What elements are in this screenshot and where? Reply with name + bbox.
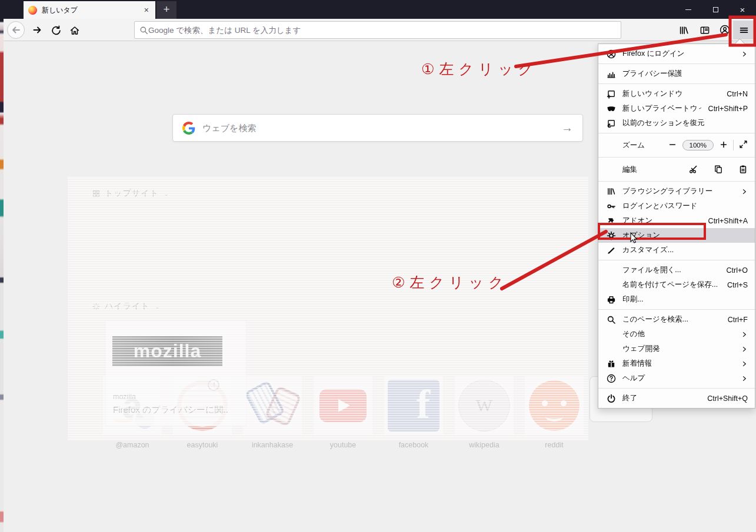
- menu-item-browsing-library[interactable]: ブラウジングライブラリー: [598, 184, 755, 199]
- gear-icon: [606, 231, 616, 240]
- firefox-window: 新しいタブ × + ×: [0, 0, 756, 532]
- url-bar[interactable]: [134, 21, 621, 39]
- sidebar-button[interactable]: [695, 19, 714, 41]
- menu-item-privacy-protection[interactable]: プライバシー保護: [598, 66, 755, 81]
- menu-item-more[interactable]: その他: [598, 327, 755, 342]
- menu-separator: [598, 181, 755, 182]
- chevron-right-icon: [741, 51, 748, 58]
- library-button[interactable]: [674, 19, 693, 41]
- back-button[interactable]: [5, 19, 27, 41]
- menu-item-open-file[interactable]: ファイルを開く... Ctrl+O: [598, 263, 755, 277]
- navigation-toolbar: [4, 19, 756, 41]
- cut-button[interactable]: [689, 165, 698, 174]
- menu-item-options[interactable]: オプション: [598, 228, 755, 243]
- url-input[interactable]: [148, 26, 616, 35]
- library-icon: [678, 25, 689, 35]
- menu-item-restore-session[interactable]: 以前のセッションを復元: [598, 116, 755, 131]
- menu-item-web-developer[interactable]: ウェブ開発: [598, 342, 755, 356]
- menu-item-find-in-page[interactable]: このページを検索... Ctrl+F: [598, 312, 755, 327]
- sidebar-icon: [700, 25, 710, 35]
- minimize-icon: [685, 9, 691, 10]
- menu-item-customize[interactable]: カスタマイズ...: [598, 243, 755, 257]
- top-site-youtube[interactable]: youtube: [310, 376, 376, 449]
- zoom-out-button[interactable]: [668, 140, 677, 150]
- annotation-step1-label: ①左クリック: [421, 59, 538, 79]
- top-site-facebook[interactable]: facebook: [381, 376, 447, 449]
- top-site-reddit[interactable]: reddit: [521, 376, 587, 449]
- menu-item-new-private-window[interactable]: 新しいプライベートウィンドウ Ctrl+Shift+P: [598, 101, 755, 116]
- forward-button[interactable]: [28, 19, 46, 41]
- copy-button[interactable]: [714, 165, 723, 174]
- top-sites-heading: トップサイト ⌄: [92, 188, 169, 199]
- tab-close-icon[interactable]: ×: [142, 5, 151, 15]
- menu-item-help[interactable]: ヘルプ: [598, 371, 755, 386]
- menu-separator: [598, 157, 755, 158]
- highlight-title: Firefox のプライバシーに関..: [113, 404, 228, 416]
- newtab-search-box[interactable]: →: [172, 114, 583, 142]
- chevron-right-icon: [741, 188, 748, 195]
- menu-item-print[interactable]: 印刷...: [598, 292, 755, 307]
- facebook-logo-icon: [384, 376, 443, 435]
- menu-separator: [598, 83, 755, 84]
- firefox-favicon-icon: [28, 6, 37, 15]
- menu-item-addons[interactable]: アドオン Ctrl+Shift+A: [598, 213, 755, 228]
- top-site-wikipedia[interactable]: W wikipedia: [451, 376, 517, 449]
- menu-item-new-window[interactable]: 新しいウィンドウ Ctrl+N: [598, 86, 755, 101]
- menu-button[interactable]: [733, 21, 754, 39]
- highlights-heading: ハイライト ⌄: [92, 301, 161, 312]
- paste-button[interactable]: [738, 165, 748, 174]
- account-icon: [606, 49, 616, 59]
- search-icon: [606, 315, 616, 324]
- search-submit-arrow-icon[interactable]: →: [561, 121, 573, 135]
- top-site-inkanhakase[interactable]: inkanhakase: [239, 376, 305, 449]
- menu-separator: [598, 133, 755, 133]
- fullscreen-button[interactable]: [739, 140, 748, 150]
- newtab-content-faded: トップサイト ⌄ a @amazon easytouki inkanhakase…: [68, 176, 588, 441]
- key-icon: [606, 202, 616, 211]
- question-icon: [606, 374, 616, 383]
- menu-separator: [598, 388, 755, 389]
- zoom-in-button[interactable]: [720, 140, 728, 150]
- menu-item-firefox-login[interactable]: Firefox にログイン: [598, 46, 755, 61]
- zoom-level-button[interactable]: 100%: [682, 140, 714, 150]
- new-tab-button[interactable]: +: [156, 1, 176, 19]
- google-logo-icon: [182, 122, 195, 135]
- browser-tab[interactable]: 新しいタブ ×: [24, 1, 155, 19]
- puzzle-icon: [606, 216, 616, 226]
- annotation-step2-label: ②左クリック: [392, 273, 508, 292]
- youtube-logo-icon: [314, 376, 372, 435]
- account-icon: [720, 25, 730, 35]
- library-icon: [606, 187, 616, 196]
- hamburger-icon: [739, 25, 749, 35]
- menu-item-whats-new[interactable]: 新着情報: [598, 356, 755, 371]
- reload-button[interactable]: [47, 19, 65, 41]
- reddit-logo-icon: [525, 376, 584, 435]
- menu-item-save-page-as[interactable]: 名前を付けてページを保存... Ctrl+S: [598, 277, 755, 292]
- menu-separator: [598, 63, 755, 64]
- gift-icon: [606, 359, 616, 369]
- power-icon: [606, 394, 616, 403]
- highlight-source: mozilla: [113, 393, 136, 401]
- highlights-icon: [92, 303, 100, 310]
- menu-edit-row: 編集: [598, 160, 755, 179]
- web-search-input[interactable]: [202, 123, 561, 133]
- clock-icon: [208, 379, 219, 391]
- menu-item-quit[interactable]: 終了 Ctrl+Shift+Q: [598, 391, 755, 406]
- menu-separator: [598, 309, 755, 310]
- wikipedia-logo-icon: W: [455, 376, 514, 435]
- home-button[interactable]: [66, 19, 84, 41]
- window-controls: ×: [675, 0, 756, 19]
- maximize-button[interactable]: [702, 0, 729, 19]
- back-icon: [7, 21, 25, 39]
- close-window-button[interactable]: ×: [729, 0, 756, 19]
- menu-item-logins-passwords[interactable]: ログインとパスワード: [598, 199, 755, 213]
- new-window-icon: [606, 89, 616, 99]
- tab-title: 新しいタブ: [42, 5, 142, 15]
- printer-icon: [606, 295, 616, 305]
- brush-icon: [606, 246, 616, 255]
- account-button[interactable]: [715, 19, 734, 41]
- minimize-button[interactable]: [675, 0, 702, 19]
- home-icon: [69, 25, 80, 35]
- private-mask-icon: [606, 104, 616, 113]
- chevron-right-icon: [741, 346, 748, 353]
